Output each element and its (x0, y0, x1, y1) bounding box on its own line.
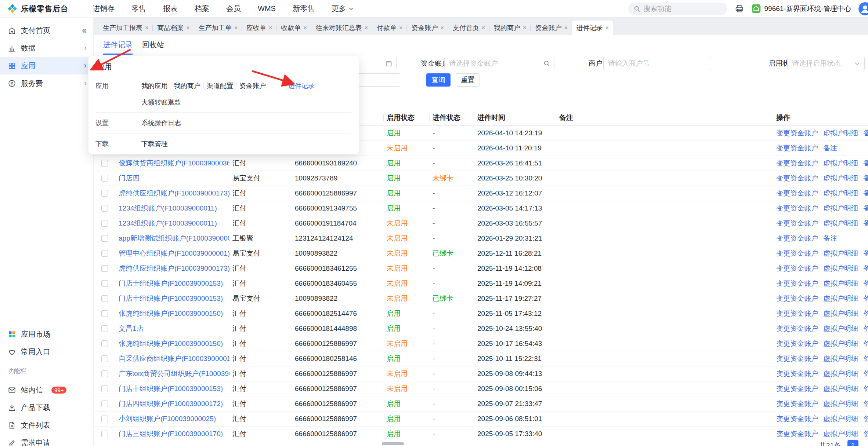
tab[interactable]: 收款单× (276, 21, 311, 35)
account-name-link[interactable]: 门店四组织账户(F100039000172) (119, 400, 223, 407)
op-link[interactable]: 虚拟户明细 (823, 324, 858, 333)
account-name-link[interactable]: 1234组织账户(F100039000011) (119, 204, 217, 212)
op-link[interactable]: 变更资金账户 (776, 324, 818, 333)
account-name-link[interactable]: 虎纯供应组织账户(F100039000173) (119, 264, 229, 272)
op-link[interactable]: 变更资金账户 (776, 158, 818, 168)
op-link[interactable]: 虚拟户明细 (823, 309, 858, 318)
close-icon[interactable]: × (269, 25, 272, 31)
avatar[interactable] (858, 2, 868, 15)
op-link[interactable]: 变更资金账户 (776, 249, 818, 258)
op-link[interactable]: 变更资金账户 (776, 414, 818, 424)
account-name-link[interactable]: 门店四 (119, 174, 140, 182)
tab[interactable]: 商品档案× (153, 21, 194, 35)
account-name-link[interactable]: 1234组织账户(F100039000011) (119, 219, 217, 227)
op-link[interactable]: 变更资金账户 (776, 173, 818, 183)
op-link[interactable]: 备注 (823, 143, 837, 153)
op-link[interactable]: 虚拟户明细 (823, 369, 858, 379)
op-link[interactable]: 变更资金账户 (776, 399, 818, 409)
subtab[interactable]: 回收站 (142, 35, 164, 55)
popover-link[interactable]: 下载管理 (141, 139, 168, 148)
tab[interactable]: 往来对账汇总表× (311, 21, 372, 35)
op-link[interactable]: 备注 (863, 219, 868, 228)
account-name-link[interactable]: 门店三组织账户(F100039000170) (119, 430, 223, 438)
account-name-link[interactable]: 张虎纯组织账户(F100039000150) (119, 310, 223, 317)
row-checkbox[interactable] (101, 265, 108, 272)
row-checkbox[interactable] (101, 250, 108, 257)
row-checkbox[interactable] (101, 416, 108, 422)
op-link[interactable]: 备注 (863, 309, 868, 318)
top-nav-item[interactable]: 档案 (195, 4, 209, 14)
op-link[interactable]: 虚拟户明细 (823, 219, 858, 228)
close-icon[interactable]: × (234, 25, 238, 31)
page-button[interactable]: 1 (847, 440, 858, 446)
popover-link[interactable]: 我的商户 (174, 81, 200, 90)
row-checkbox[interactable] (101, 205, 108, 212)
top-nav-item[interactable]: 零售 (131, 4, 146, 14)
op-link[interactable]: 变更资金账户 (776, 279, 818, 288)
fund-account-field[interactable] (444, 57, 554, 70)
op-link[interactable]: 虚拟户明细 (823, 399, 858, 409)
row-checkbox[interactable] (101, 325, 108, 332)
op-link[interactable]: 变更资金账户 (776, 143, 818, 153)
op-link[interactable]: 虚拟户明细 (823, 204, 858, 213)
op-link[interactable]: 虚拟户明细 (823, 189, 858, 198)
op-link[interactable]: 虚拟户明细 (823, 294, 858, 303)
sidebar-item[interactable]: 站内信99+ (0, 381, 93, 399)
popover-link[interactable]: 大额转账退款 (141, 98, 181, 107)
op-link[interactable]: 备注 (863, 128, 868, 138)
top-nav-item[interactable]: 报表 (163, 4, 178, 14)
tab[interactable]: 付款单× (372, 21, 407, 35)
account-name-link[interactable]: 文昌1店 (119, 325, 144, 332)
row-checkbox[interactable] (101, 190, 108, 197)
close-icon[interactable]: × (605, 25, 609, 31)
op-link[interactable]: 变更资金账户 (776, 204, 818, 213)
tab[interactable]: 资金账户× (531, 21, 572, 35)
sidebar-item[interactable]: 支付首页« (0, 22, 93, 39)
op-link[interactable]: 虚拟户明细 (823, 279, 858, 288)
subtab[interactable]: 进件记录 (103, 35, 133, 55)
account-name-link[interactable]: 门店十组织账户(F100039000153) (119, 385, 223, 392)
close-icon[interactable]: × (523, 25, 526, 31)
op-link[interactable]: 虚拟户明细 (823, 158, 858, 168)
close-icon[interactable]: × (440, 25, 444, 31)
op-link[interactable]: 备注 (863, 324, 868, 333)
op-link[interactable]: 变更资金账户 (776, 339, 818, 348)
op-link[interactable]: 变更资金账户 (776, 264, 818, 273)
sidebar-item[interactable]: 文件列表 (0, 416, 93, 434)
row-checkbox[interactable] (101, 431, 108, 437)
account-name-link[interactable]: 广东xxx商贸公司组织账户(F1000390000 (119, 370, 229, 377)
sidebar-item[interactable]: 应用市场 (0, 325, 93, 343)
close-icon[interactable]: × (145, 25, 148, 31)
popover-link[interactable]: 系统操作日志 (141, 118, 181, 127)
op-link[interactable]: 备注 (863, 158, 868, 168)
reset-button[interactable]: 重置 (456, 73, 480, 87)
row-checkbox[interactable] (101, 370, 108, 377)
query-button[interactable]: 查询 (426, 73, 451, 87)
op-link[interactable]: 备注 (823, 234, 837, 243)
op-link[interactable]: 备注 (863, 354, 868, 363)
op-link[interactable]: 变更资金账户 (776, 128, 818, 138)
row-checkbox[interactable] (101, 235, 108, 242)
tab[interactable]: 生产加工报表× (98, 21, 153, 35)
op-link[interactable]: 备注 (863, 189, 868, 198)
op-link[interactable]: 变更资金账户 (776, 294, 818, 303)
row-checkbox[interactable] (101, 280, 108, 287)
op-link[interactable]: 备注 (863, 173, 868, 183)
op-link[interactable]: 变更资金账户 (776, 234, 818, 243)
op-link[interactable]: 虚拟户明细 (823, 128, 858, 138)
account-name-link[interactable]: 俊辉供货商组织账户(F100039000363) (119, 159, 229, 167)
merchant-field[interactable] (603, 57, 711, 70)
row-checkbox[interactable] (101, 355, 108, 362)
popover-link[interactable]: 渠道配置 (207, 81, 233, 90)
op-link[interactable]: 备注 (863, 339, 868, 348)
op-link[interactable]: 备注 (863, 384, 868, 394)
close-icon[interactable]: × (399, 25, 402, 31)
popover-link[interactable]: 我的应用 (141, 81, 168, 90)
search-icon[interactable] (543, 60, 550, 67)
row-checkbox[interactable] (101, 220, 108, 227)
row-checkbox[interactable] (101, 385, 108, 392)
tab[interactable]: 应收单× (242, 21, 276, 35)
popover-link[interactable]: 进件记录 (288, 81, 315, 90)
op-link[interactable]: 备注 (863, 399, 868, 409)
close-icon[interactable]: × (303, 25, 307, 31)
